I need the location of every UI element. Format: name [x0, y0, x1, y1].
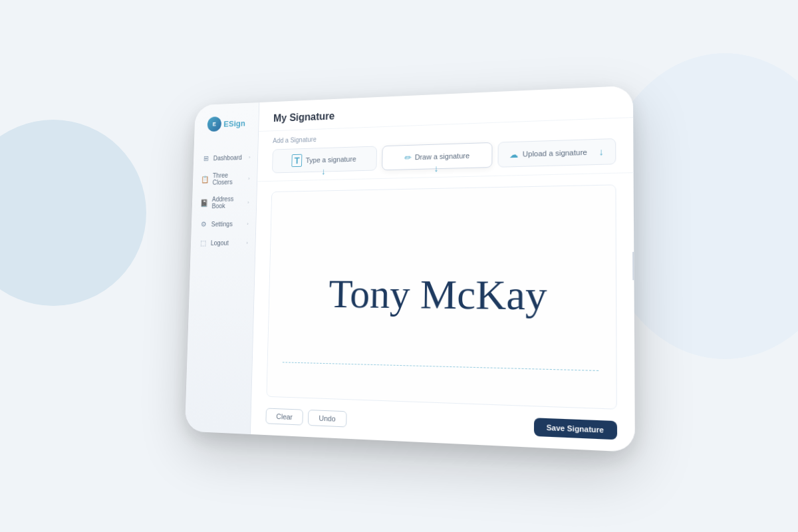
logo-icon: E: [207, 116, 222, 132]
logo-text: ESign: [223, 118, 245, 128]
sidebar-item-label: Three Closers: [212, 172, 248, 186]
tab-draw-arrow: ↓: [434, 163, 438, 174]
chevron-right-icon: ›: [246, 239, 248, 245]
signature-display: Tony McKay: [329, 271, 547, 320]
logout-icon: ⬚: [199, 238, 207, 247]
sidebar-item-label: Address Book: [211, 195, 247, 209]
logo-area: E ESign: [200, 115, 253, 132]
sidebar-item-settings[interactable]: ⚙ Settings ›: [192, 214, 256, 233]
main-content: My Signature Add a Signature T Type a si…: [251, 86, 635, 452]
save-signature-button[interactable]: Save Signature: [533, 418, 617, 440]
undo-button[interactable]: Undo: [308, 410, 346, 428]
logo-text-suffix: Sign: [229, 118, 245, 128]
signature-tabs: T Type a signature ↓ ✏ Draw a signature …: [257, 138, 634, 182]
tab-upload-label: Upload a signature: [523, 148, 587, 158]
left-action-buttons: Clear Undo: [265, 408, 346, 428]
page-title: My Signature: [273, 98, 616, 124]
chevron-right-icon: ›: [247, 221, 249, 227]
type-icon: T: [292, 154, 303, 167]
draw-icon: ✏: [404, 152, 411, 162]
tab-draw-signature[interactable]: ✏ Draw a signature ↓: [382, 142, 493, 170]
background-blob-left: [0, 120, 146, 306]
signature-baseline: [283, 362, 598, 371]
chevron-right-icon: ›: [247, 200, 249, 205]
settings-icon: ⚙: [200, 219, 208, 228]
tab-upload-signature[interactable]: ☁ Upload a signature ↓: [498, 138, 616, 168]
chevron-right-icon: ›: [248, 176, 250, 182]
tablet-wrapper: E ESign ⊞ Dashboard › 📋 Three Closers: [173, 93, 625, 439]
three-closers-icon: 📋: [201, 175, 209, 184]
signature-canvas[interactable]: Tony McKay: [266, 184, 616, 409]
tab-type-label: Type a signature: [305, 155, 356, 164]
tab-draw-label: Draw a signature: [415, 152, 470, 161]
upload-cloud-icon: ☁: [509, 149, 518, 160]
sidebar-item-address-book[interactable]: 📓 Address Book ›: [192, 190, 256, 215]
sidebar-item-label: Dashboard: [213, 154, 242, 162]
chevron-right-icon: ›: [249, 154, 251, 160]
sidebar-item-dashboard[interactable]: ⊞ Dashboard ›: [194, 148, 258, 168]
tablet-device: E ESign ⊞ Dashboard › 📋 Three Closers: [185, 86, 635, 452]
sidebar-item-three-closers[interactable]: 📋 Three Closers ›: [193, 166, 257, 192]
sidebar-item-label: Logout: [211, 239, 229, 247]
action-row: Clear Undo Save Signature: [251, 402, 635, 452]
sidebar: E ESign ⊞ Dashboard › 📋 Three Closers: [185, 102, 259, 434]
tab-type-signature[interactable]: T Type a signature ↓: [272, 146, 377, 174]
logo-icon-char: E: [213, 121, 217, 127]
sidebar-item-label: Settings: [211, 220, 233, 227]
sidebar-item-logout[interactable]: ⬚ Logout ›: [191, 233, 255, 252]
tab-type-arrow: ↓: [321, 166, 326, 177]
page-header: My Signature: [259, 86, 633, 132]
address-book-icon: 📓: [200, 198, 209, 207]
tab-upload-arrow: ↓: [598, 146, 604, 158]
clear-button[interactable]: Clear: [265, 408, 303, 426]
dashboard-icon: ⊞: [201, 154, 210, 162]
